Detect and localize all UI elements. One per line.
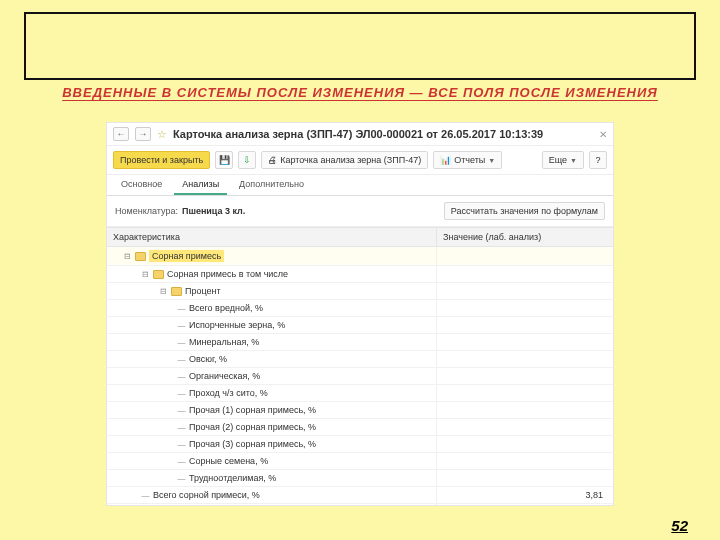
window-title-bar: ← → ☆ Карточка анализа зерна (ЗПП-47) ЭЛ…: [107, 123, 613, 146]
print-card-button[interactable]: 🖨 Карточка анализа зерна (ЗПП-47): [261, 151, 428, 169]
collapse-icon[interactable]: ⊟: [123, 252, 132, 261]
floppy-icon: 💾: [219, 155, 230, 165]
leaf-dash-icon: —: [177, 406, 186, 415]
more-label: Еще: [549, 155, 567, 165]
value-cell[interactable]: [437, 334, 613, 350]
value-cell[interactable]: [437, 453, 613, 469]
col-characteristic[interactable]: Характеристика: [107, 227, 437, 247]
save-and-close-button[interactable]: Провести и закрыть: [113, 151, 210, 169]
characteristic-cell: ⊟Сорная примесь в том числе: [107, 266, 437, 282]
collapse-icon[interactable]: ⊟: [141, 270, 150, 279]
printer-icon: 🖨: [268, 155, 277, 165]
characteristic-cell: —Влажность, %: [107, 504, 437, 506]
nomenclature-label: Номенклатура:: [115, 206, 178, 216]
favorite-icon[interactable]: ☆: [157, 128, 167, 141]
table-row[interactable]: —Влажность, %18,16: [107, 504, 613, 506]
characteristic-cell: —Минеральная, %: [107, 334, 437, 350]
value-cell[interactable]: [437, 247, 613, 265]
help-button[interactable]: ?: [589, 151, 607, 169]
table-row[interactable]: ⊟Сорная примесь: [107, 247, 613, 266]
leaf-dash-icon: —: [177, 321, 186, 330]
characteristic-label: Всего вредной, %: [189, 303, 263, 313]
value-cell[interactable]: [437, 317, 613, 333]
table-row[interactable]: —Прочая (3) сорная примесь, %: [107, 436, 613, 453]
tab-bar: Основное Анализы Дополнительно: [107, 175, 613, 196]
value-cell[interactable]: [437, 470, 613, 486]
leaf-dash-icon: —: [177, 338, 186, 347]
leaf-dash-icon: —: [177, 457, 186, 466]
report-icon: 📊: [440, 155, 451, 165]
tab-main[interactable]: Основное: [113, 175, 170, 195]
characteristic-cell: —Овсюг, %: [107, 351, 437, 367]
print-card-label: Карточка анализа зерна (ЗПП-47): [280, 155, 421, 165]
table-row[interactable]: —Трудноотделимая, %: [107, 470, 613, 487]
value-cell[interactable]: [437, 266, 613, 282]
characteristic-cell: —Проход ч/з сито, %: [107, 385, 437, 401]
table-row[interactable]: —Овсюг, %: [107, 351, 613, 368]
characteristic-cell: ⊟Процент: [107, 283, 437, 299]
nomenclature-value[interactable]: Пшеница 3 кл.: [182, 206, 245, 216]
value-cell[interactable]: [437, 368, 613, 384]
value-cell[interactable]: [437, 402, 613, 418]
table-row[interactable]: —Прочая (2) сорная примесь, %: [107, 419, 613, 436]
chevron-down-icon: ▼: [488, 157, 495, 164]
col-value[interactable]: Значение (лаб. анализ): [437, 227, 613, 247]
post-button[interactable]: ⇩: [238, 151, 256, 169]
nav-back-button[interactable]: ←: [113, 127, 129, 141]
table-row[interactable]: —Испорченные зерна, %: [107, 317, 613, 334]
table-row[interactable]: —Всего вредной, %: [107, 300, 613, 317]
table-row[interactable]: —Сорные семена, %: [107, 453, 613, 470]
table-row[interactable]: ⊟Сорная примесь в том числе: [107, 266, 613, 283]
folder-icon: [171, 287, 182, 296]
save-button[interactable]: 💾: [215, 151, 233, 169]
reports-label: Отчеты: [454, 155, 485, 165]
characteristic-cell: —Всего вредной, %: [107, 300, 437, 316]
table-row[interactable]: —Минеральная, %: [107, 334, 613, 351]
characteristic-cell: ⊟Сорная примесь: [107, 247, 437, 265]
characteristic-cell: —Испорченные зерна, %: [107, 317, 437, 333]
compute-formulas-button[interactable]: Рассчитать значения по формулам: [444, 202, 605, 220]
value-cell[interactable]: 18,16: [437, 504, 613, 506]
characteristic-label: Сорная примесь в том числе: [167, 269, 288, 279]
table-row[interactable]: —Органическая, %: [107, 368, 613, 385]
characteristic-cell: —Органическая, %: [107, 368, 437, 384]
characteristic-label: Процент: [185, 286, 221, 296]
characteristic-cell: —Сорные семена, %: [107, 453, 437, 469]
tab-extra[interactable]: Дополнительно: [231, 175, 312, 195]
table-row[interactable]: —Прочая (1) сорная примесь, %: [107, 402, 613, 419]
table-row[interactable]: —Всего сорной примеси, %3,81: [107, 487, 613, 504]
nav-forward-button[interactable]: →: [135, 127, 151, 141]
value-cell[interactable]: [437, 351, 613, 367]
leaf-dash-icon: —: [177, 372, 186, 381]
leaf-dash-icon: —: [177, 355, 186, 364]
value-cell[interactable]: [437, 300, 613, 316]
value-cell[interactable]: [437, 385, 613, 401]
collapse-icon[interactable]: ⊟: [159, 287, 168, 296]
characteristic-cell: —Всего сорной примеси, %: [107, 487, 437, 503]
more-button[interactable]: Еще ▼: [542, 151, 584, 169]
characteristic-label: Прочая (3) сорная примесь, %: [189, 439, 316, 449]
reports-button[interactable]: 📊 Отчеты ▼: [433, 151, 502, 169]
tab-analyses[interactable]: Анализы: [174, 175, 227, 195]
close-icon[interactable]: ✕: [599, 129, 607, 140]
table-row[interactable]: —Проход ч/з сито, %: [107, 385, 613, 402]
nomenclature-row: Номенклатура: Пшеница 3 кл. Рассчитать з…: [107, 196, 613, 227]
leaf-dash-icon: —: [141, 491, 150, 500]
characteristic-label: Проход ч/з сито, %: [189, 388, 268, 398]
characteristic-label: Прочая (2) сорная примесь, %: [189, 422, 316, 432]
leaf-dash-icon: —: [177, 440, 186, 449]
grid-header-row: Характеристика Значение (лаб. анализ): [107, 227, 613, 247]
characteristic-label: Трудноотделимая, %: [189, 473, 276, 483]
analysis-card-window: ← → ☆ Карточка анализа зерна (ЗПП-47) ЭЛ…: [106, 122, 614, 506]
characteristic-label: Всего сорной примеси, %: [153, 490, 260, 500]
characteristic-label: Минеральная, %: [189, 337, 259, 347]
value-cell[interactable]: [437, 283, 613, 299]
value-cell[interactable]: [437, 436, 613, 452]
window-title: Карточка анализа зерна (ЗПП-47) ЭЛ00-000…: [173, 128, 543, 140]
characteristic-label: Сорные семена, %: [189, 456, 268, 466]
characteristic-cell: —Прочая (3) сорная примесь, %: [107, 436, 437, 452]
value-cell[interactable]: [437, 419, 613, 435]
table-row[interactable]: ⊟Процент: [107, 283, 613, 300]
value-cell[interactable]: 3,81: [437, 487, 613, 503]
post-icon: ⇩: [243, 155, 251, 165]
